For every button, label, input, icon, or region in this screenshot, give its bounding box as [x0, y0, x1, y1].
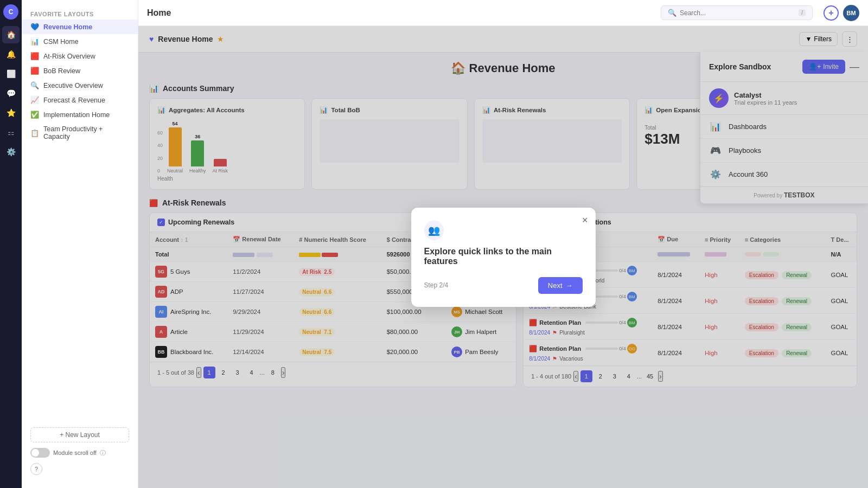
modal-title: Explore quick links to the main features [424, 247, 583, 266]
sidebar-item-at-risk-overview[interactable]: 🟥 At-Risk Overview [22, 49, 138, 63]
forecast-icon: 📈 [30, 96, 39, 104]
help-section: ? [30, 463, 129, 475]
sidebar-section-title: Favorite Layouts [22, 7, 138, 20]
modal-overlay: × 👥 Explore quick links to the main feat… [138, 26, 868, 488]
sidebar-item-csm-home[interactable]: 📊 CSM Home [22, 34, 138, 49]
module-scroll-toggle: Module scroll off ⓘ [30, 448, 129, 458]
nav-home-icon[interactable]: 🏠 [2, 26, 20, 43]
modal-footer: Step 2/4 Next → [424, 277, 583, 294]
next-button[interactable]: Next → [538, 277, 583, 294]
module-scroll-switch[interactable] [30, 448, 50, 458]
left-sidebar: Favorite Layouts 💙 Revenue Home 📊 CSM Ho… [22, 0, 138, 488]
top-bar-actions: + BM [824, 5, 859, 21]
help-icon[interactable]: ? [30, 463, 42, 475]
content-area: ♥ Revenue Home ★ ▼ Filters ⋮ 🏠 Revenue H… [138, 26, 868, 488]
sidebar-item-bob-review[interactable]: 🟥 BoB Review [22, 63, 138, 78]
nav-bell-icon[interactable]: 🔔 [2, 46, 20, 63]
main-area: Home 🔍 / + BM ♥ Revenue Home ★ [138, 0, 868, 488]
app-logo[interactable]: C [3, 4, 18, 20]
sidebar-item-executive-overview[interactable]: 🔍 Executive Overview [22, 78, 138, 93]
sidebar-item-revenue-home[interactable]: 💙 Revenue Home [22, 20, 138, 34]
nav-settings-icon[interactable]: ⚙️ [2, 143, 20, 160]
icon-sidebar: C 🏠 🔔 ⬜ 💬 ⭐ ⚏ ⚙️ [0, 0, 22, 488]
sidebar-item-team-productivity[interactable]: 📋 Team Productivity + Capacity [22, 122, 138, 144]
modal-step: Step 2/4 [424, 281, 449, 289]
keyboard-shortcut: / [799, 9, 806, 16]
implementation-icon: ✅ [30, 111, 39, 119]
add-button[interactable]: + [824, 5, 839, 21]
toggle-knob [31, 449, 39, 457]
new-layout-button[interactable]: + New Layout [30, 427, 129, 442]
arrow-right-icon: → [566, 281, 573, 290]
modal-close-button[interactable]: × [582, 215, 588, 225]
sidebar-item-implementation-home[interactable]: ✅ Implementation Home [22, 107, 138, 122]
nav-grid-icon[interactable]: ⚏ [2, 124, 20, 141]
sidebar-item-forecast-revenue[interactable]: 📈 Forecast & Revenue [22, 93, 138, 107]
search-icon: 🔍 [668, 9, 676, 17]
revenue-home-icon: 💙 [30, 23, 39, 31]
modal-icon: 👥 [424, 221, 444, 240]
team-icon: 📋 [30, 129, 39, 137]
search-bar: 🔍 / [661, 5, 813, 20]
sidebar-bottom: + New Layout Module scroll off ⓘ ? [22, 421, 138, 481]
search-input[interactable] [680, 9, 795, 17]
quick-links-modal: × 👥 Explore quick links to the main feat… [411, 208, 596, 307]
bob-review-icon: 🟥 [30, 67, 39, 75]
top-bar: Home 🔍 / + BM [138, 0, 868, 26]
page-title: Home [147, 8, 171, 18]
nav-chat-icon[interactable]: 💬 [2, 85, 20, 102]
avatar[interactable]: BM [843, 5, 859, 21]
at-risk-icon: 🟥 [30, 52, 39, 60]
csm-home-icon: 📊 [30, 37, 39, 46]
info-icon: ⓘ [100, 449, 106, 457]
executive-icon: 🔍 [30, 81, 39, 89]
nav-layers-icon[interactable]: ⬜ [2, 65, 20, 82]
nav-star-icon[interactable]: ⭐ [2, 104, 20, 121]
